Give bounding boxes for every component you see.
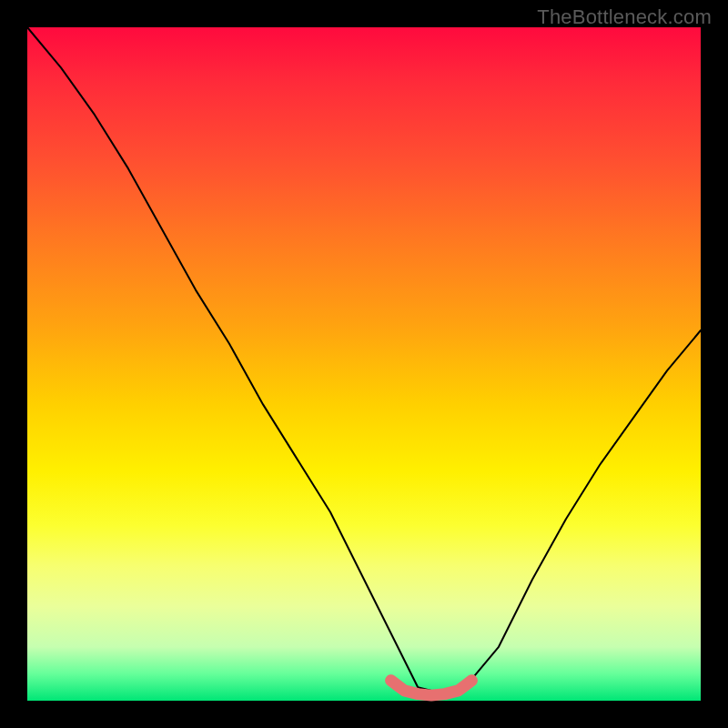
optimal-range-marker-path [391,681,472,695]
watermark-text: TheBottleneck.com [537,5,712,29]
chart-svg [27,27,701,701]
bottleneck-curve-path [27,27,701,694]
chart-plot-area [27,27,701,701]
